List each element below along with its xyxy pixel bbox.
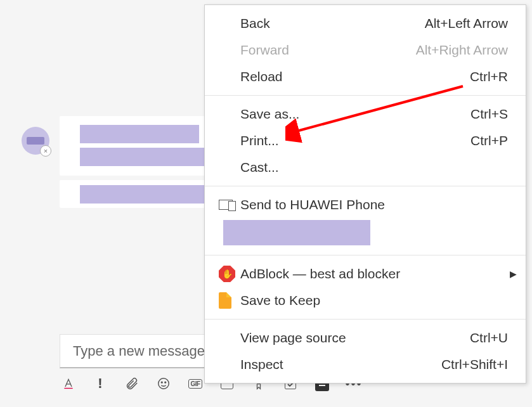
context-menu-back[interactable]: Back Alt+Left Arrow	[205, 10, 526, 37]
context-menu-forward: Forward Alt+Right Arrow	[205, 37, 526, 63]
menu-shortcut: Alt+Left Arrow	[425, 16, 508, 31]
menu-shortcut: Ctrl+P	[470, 133, 508, 148]
menu-shortcut: Ctrl+S	[470, 107, 508, 122]
menu-label: AdBlock — best ad blocker	[240, 266, 508, 281]
context-menu-inspect[interactable]: Inspect Ctrl+Shift+I	[205, 351, 526, 378]
context-menu: Back Alt+Left Arrow Forward Alt+Right Ar…	[204, 4, 526, 384]
context-menu-send-to-phone[interactable]: Send to HUAWEI Phone	[205, 191, 526, 218]
svg-point-2	[165, 382, 166, 383]
format-icon[interactable]	[62, 377, 75, 391]
avatar: ×	[22, 127, 49, 155]
menu-label: Send to HUAWEI Phone	[240, 197, 508, 212]
menu-label: View page source	[240, 330, 470, 346]
redacted-text	[80, 125, 199, 143]
message-input[interactable]	[73, 343, 209, 359]
attach-icon[interactable]	[125, 377, 139, 391]
menu-shortcut: Ctrl+R	[470, 69, 508, 84]
keep-icon	[219, 292, 240, 309]
menu-label: Save to Keep	[240, 293, 508, 308]
priority-icon[interactable]: !	[93, 377, 107, 391]
context-menu-reload[interactable]: Reload Ctrl+R	[205, 63, 526, 90]
redacted-text	[80, 185, 209, 204]
menu-label: Reload	[240, 69, 470, 84]
context-menu-save-to-keep[interactable]: Save to Keep	[205, 287, 526, 314]
menu-label: Back	[240, 16, 425, 31]
avatar-redacted	[27, 137, 44, 145]
menu-label: Cast...	[240, 160, 508, 175]
context-menu-save-as[interactable]: Save as... Ctrl+S	[205, 101, 526, 127]
menu-shortcut: Ctrl+U	[470, 330, 508, 346]
context-menu-adblock[interactable]: ✋ AdBlock — best ad blocker ▶	[205, 261, 526, 287]
chevron-right-icon: ▶	[510, 269, 517, 279]
adblock-icon: ✋	[219, 266, 240, 282]
redacted-text	[80, 148, 209, 166]
menu-shortcut: Alt+Right Arrow	[416, 42, 508, 58]
menu-label: Print...	[240, 133, 470, 148]
emoji-icon[interactable]	[157, 377, 171, 391]
message-composer[interactable]	[60, 334, 209, 368]
redacted-menu-row	[223, 220, 370, 245]
menu-divider	[205, 255, 526, 255]
context-menu-cast[interactable]: Cast...	[205, 154, 526, 181]
svg-point-0	[159, 378, 169, 389]
menu-divider	[205, 319, 526, 320]
devices-icon	[219, 200, 240, 210]
context-menu-print[interactable]: Print... Ctrl+P	[205, 127, 526, 154]
context-menu-view-source[interactable]: View page source Ctrl+U	[205, 325, 526, 351]
menu-label: Save as...	[240, 107, 470, 122]
gif-icon[interactable]: GIF	[188, 377, 202, 391]
menu-label: Inspect	[240, 357, 441, 372]
menu-divider	[205, 186, 526, 186]
svg-point-1	[161, 382, 162, 383]
chat-pane: × ! GIF + •••	[0, 0, 209, 407]
presence-badge-offline: ×	[40, 145, 51, 157]
menu-label: Forward	[240, 42, 416, 58]
menu-divider	[205, 95, 526, 96]
menu-shortcut: Ctrl+Shift+I	[441, 357, 508, 372]
